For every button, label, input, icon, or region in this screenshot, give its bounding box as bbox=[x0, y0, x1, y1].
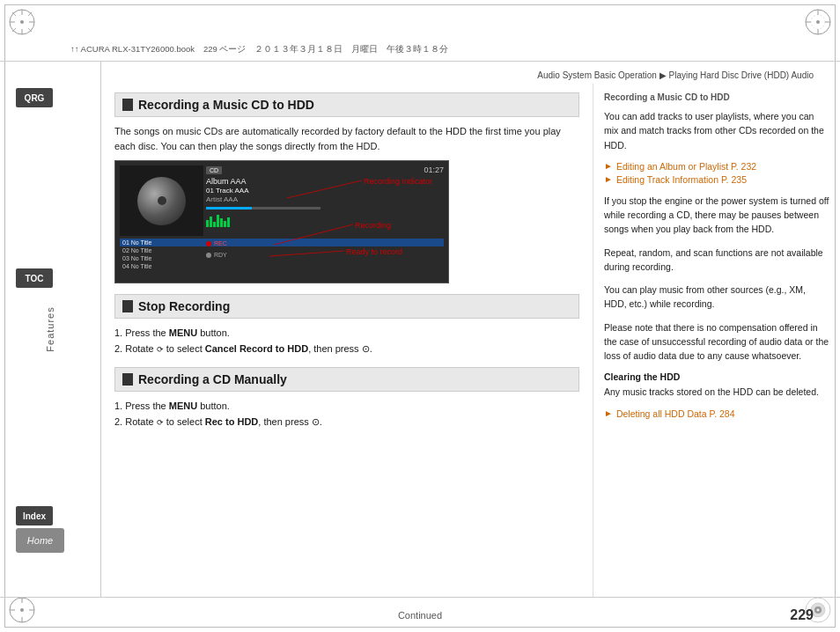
cd-artist: Artist AAA bbox=[206, 195, 444, 203]
right-body5: Please note that there is no compensatio… bbox=[604, 320, 829, 364]
clearing-link-label: Deleting all HDD Data bbox=[616, 408, 707, 419]
section1-title: Recording a Music CD to HDD bbox=[138, 98, 314, 112]
right-body2: If you stop the engine or the power syst… bbox=[604, 194, 829, 237]
manual-section: Recording a CD Manually 1. Press the MEN… bbox=[114, 367, 579, 430]
step2-manual-prefix: 2. Rotate bbox=[114, 416, 157, 427]
rotate-icon-stop: ⟳ bbox=[157, 343, 164, 356]
continued-label: Continued bbox=[398, 610, 442, 621]
recording-bars bbox=[206, 213, 444, 227]
left-column: Recording a Music CD to HDD The songs on… bbox=[101, 84, 593, 597]
step2-stop-prefix: 2. Rotate bbox=[114, 343, 157, 354]
rotate-icon-manual: ⟳ bbox=[157, 416, 164, 429]
step2-stop: 2. Rotate ⟳ to select Cancel Record to H… bbox=[114, 342, 579, 357]
clearing-link-arrow: ► bbox=[604, 408, 613, 418]
section3-header: Recording a CD Manually bbox=[114, 367, 579, 392]
section3-title: Recording a CD Manually bbox=[138, 372, 287, 386]
bar3 bbox=[213, 222, 216, 227]
step2-stop-end: . bbox=[370, 343, 372, 354]
breadcrumb-part1: Audio System Basic Operation bbox=[537, 70, 657, 80]
step2-stop-press: ⊙ bbox=[362, 343, 370, 354]
right-body1: You can add tracks to user playlists, wh… bbox=[604, 109, 829, 152]
bar6 bbox=[224, 221, 226, 227]
right-link-2-page: P. 235 bbox=[721, 174, 747, 185]
index-button[interactable]: Index bbox=[16, 506, 53, 525]
cd-track: 01 Track AAA bbox=[206, 187, 444, 195]
cd-album: Album AAA bbox=[206, 177, 444, 186]
cd-source-badge: CD bbox=[206, 166, 222, 174]
ready-dot bbox=[206, 253, 211, 258]
rec-label: REC bbox=[214, 240, 227, 246]
left-sidebar: Features QRG TOC Index Home bbox=[0, 62, 101, 597]
home-button[interactable]: Home bbox=[16, 528, 64, 553]
breadcrumb-part2: Playing Hard Disc Drive (HDD) Audio bbox=[669, 70, 814, 80]
track-list: 01 No Title 02 No Title 03 No Title 04 N… bbox=[120, 239, 444, 270]
step2-manual-press: ⊙ bbox=[312, 416, 320, 427]
section3-icon bbox=[122, 373, 133, 386]
breadcrumb-sep1: ▶ bbox=[659, 70, 669, 80]
track-item-1: 01 No Title bbox=[120, 239, 444, 246]
track-item-4: 04 No Title bbox=[120, 262, 444, 270]
cd-time: 01:27 bbox=[424, 165, 444, 174]
bar2 bbox=[210, 217, 212, 227]
ready-row: RDY bbox=[206, 252, 227, 258]
section1-icon bbox=[122, 99, 133, 111]
right-link-1-page: P. 232 bbox=[731, 161, 756, 172]
step2-stop-bold: Cancel Record to HDD bbox=[205, 343, 308, 354]
right-section-title: Recording a Music CD to HDD bbox=[604, 92, 829, 102]
right-link-block-2: ► Editing Track Information P. 235 bbox=[604, 174, 829, 185]
right-link-2-label: Editing Track Information bbox=[616, 174, 718, 185]
right-body4: You can play music from other sources (e… bbox=[604, 283, 829, 312]
section1-header: Recording a Music CD to HDD bbox=[114, 92, 579, 117]
main-content: Recording a Music CD to HDD The songs on… bbox=[101, 84, 840, 597]
progress-fill bbox=[206, 207, 252, 209]
top-bar: ↑↑ ACURA RLX-31TY26000.book 229 ページ ２０１３… bbox=[0, 0, 840, 62]
bar4 bbox=[217, 215, 219, 227]
step2-manual-middle: to select bbox=[164, 416, 205, 427]
clearing-body: Any music tracks stored on the HDD can b… bbox=[604, 385, 829, 399]
section2-icon bbox=[122, 300, 133, 312]
right-link-2[interactable]: Editing Track Information P. 235 bbox=[616, 174, 747, 185]
rec-dot bbox=[206, 241, 211, 246]
step1-manual-prefix: 1. Press the bbox=[114, 401, 169, 411]
step2-stop-suffix: , then press bbox=[308, 343, 362, 354]
step1-manual-suffix: button. bbox=[197, 401, 230, 411]
right-column: Recording a Music CD to HDD You can add … bbox=[593, 84, 840, 597]
toc-button[interactable]: TOC bbox=[16, 268, 53, 288]
step1-manual-bold: MENU bbox=[169, 401, 197, 411]
step1-stop: 1. Press the MENU button. bbox=[114, 326, 579, 342]
track-item-3: 03 No Title bbox=[120, 254, 444, 262]
ready-label: RDY bbox=[214, 252, 227, 258]
breadcrumb: Audio System Basic Operation ▶ Playing H… bbox=[537, 70, 814, 80]
step1-stop-bold: MENU bbox=[169, 327, 197, 338]
step1-stop-prefix: 1. Press the bbox=[114, 327, 169, 338]
bar1 bbox=[206, 220, 209, 227]
bar7 bbox=[227, 217, 230, 227]
cd-screenshot: CD 01:27 Album AAA 01 Track AAA Artist A… bbox=[114, 160, 449, 283]
track-item-2: 02 No Title bbox=[120, 246, 444, 254]
step2-stop-middle: to select bbox=[164, 343, 205, 354]
step2-manual-end: . bbox=[320, 416, 322, 427]
link-arrow-2: ► bbox=[604, 174, 613, 184]
file-info: ↑↑ ACURA RLX-31TY26000.book 229 ページ ２０１３… bbox=[70, 44, 448, 55]
section1-body: The songs on music CDs are automatically… bbox=[114, 124, 579, 153]
clearing-link[interactable]: Deleting all HDD Data P. 284 bbox=[616, 408, 735, 419]
step2-manual-bold: Rec to HDD bbox=[205, 416, 259, 427]
right-link-block-1: ► Editing an Album or Playlist P. 232 bbox=[604, 161, 829, 172]
page-number: 229 bbox=[790, 607, 814, 623]
right-link-1-label: Editing an Album or Playlist bbox=[616, 161, 728, 172]
clearing-title: Clearing the HDD bbox=[604, 371, 829, 382]
right-link-1[interactable]: Editing an Album or Playlist P. 232 bbox=[616, 161, 756, 172]
step1-stop-suffix: button. bbox=[197, 327, 230, 338]
section2-title: Stop Recording bbox=[138, 299, 230, 313]
link-arrow-1: ► bbox=[604, 161, 613, 171]
progress-bar bbox=[206, 207, 321, 209]
stop-section: Stop Recording 1. Press the MENU button.… bbox=[114, 294, 579, 356]
qrg-button[interactable]: QRG bbox=[16, 88, 53, 107]
step2-manual: 2. Rotate ⟳ to select Rec to HDD, then p… bbox=[114, 415, 579, 430]
bar5 bbox=[220, 218, 223, 227]
step1-manual: 1. Press the MENU button. bbox=[114, 399, 579, 415]
features-label: Features bbox=[45, 306, 55, 351]
step2-manual-suffix: , then press bbox=[258, 416, 312, 427]
bottom-bar: Continued 229 bbox=[0, 597, 840, 632]
recording-row: REC bbox=[206, 240, 227, 246]
